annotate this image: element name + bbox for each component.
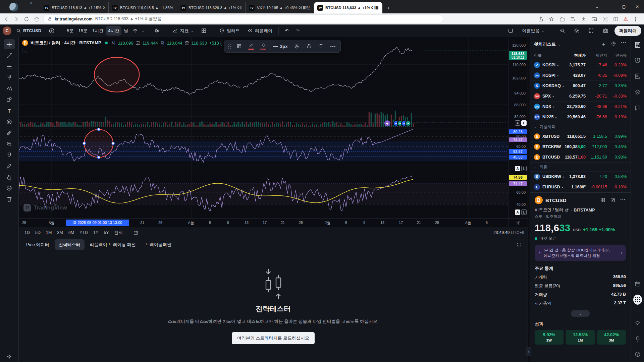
chart-style-button[interactable]: [152, 26, 163, 35]
range-button[interactable]: 1M: [44, 229, 54, 236]
range-button[interactable]: YTD: [77, 229, 90, 236]
apps-rail-button[interactable]: [633, 295, 642, 304]
range-button[interactable]: 1D: [22, 229, 32, 236]
symbol-search-button[interactable]: BTCUSD: [13, 26, 44, 35]
window-close-button[interactable]: ✕: [631, 0, 644, 13]
crosshair-tool[interactable]: [4, 39, 15, 49]
bottom-tab[interactable]: 전략테스터: [55, 239, 85, 250]
panel-expand-icon[interactable]: [517, 242, 522, 247]
help-rail-button[interactable]: [633, 350, 642, 359]
watchlist-row[interactable]: KKOSDAQ●800.472.770.35%: [530, 81, 631, 91]
fib-tool[interactable]: [4, 61, 15, 71]
edit-icon[interactable]: [610, 197, 615, 203]
legend-collapse-button[interactable]: ⌄: [22, 48, 28, 53]
clock[interactable]: 23:49:49 UTC+9: [493, 230, 524, 235]
fullscreen-button[interactable]: [586, 26, 597, 35]
stats-expand-button[interactable]: ⌄: [571, 310, 590, 317]
alerts-rail-button[interactable]: [633, 56, 642, 65]
pie-chart-icon[interactable]: [611, 41, 616, 46]
zoom-tool[interactable]: [4, 139, 15, 149]
watchlist-row[interactable]: €EURUSD●1.16880-0.00115-0.10%: [530, 182, 631, 192]
notifications-rail-button[interactable]: [633, 334, 642, 343]
watchlist-more-icon[interactable]: •••: [621, 41, 627, 48]
reload-icon[interactable]: [23, 16, 30, 22]
magnet-tool[interactable]: [4, 150, 15, 160]
watchlist-row[interactable]: 200KOSPI●428.07-0.35-0.08%: [530, 70, 631, 81]
account-avatar[interactable]: C: [3, 26, 11, 35]
watchlist-row[interactable]: $USDKRW●1,378.937.230.53%: [530, 172, 631, 182]
drawing-lock-button[interactable]: [304, 41, 314, 51]
new-tab-button[interactable]: ＋: [384, 3, 393, 12]
layout-grid-icon[interactable]: [600, 197, 605, 203]
share-icon[interactable]: [538, 16, 544, 22]
watchlist-row[interactable]: ₿BTCUSD118,571.601,151.600.98%: [530, 152, 631, 163]
log-scale-button[interactable]: L: [521, 209, 527, 215]
interval-button[interactable]: 5분: [64, 26, 76, 36]
notes-rail-button[interactable]: [633, 72, 642, 81]
indicators-button[interactable]: 지표⌄: [170, 26, 196, 36]
picture-in-picture-icon[interactable]: [591, 16, 597, 22]
watchlist-dropdown-icon[interactable]: ⌄: [558, 43, 560, 46]
security-warning-icon[interactable]: ⚠: [624, 16, 628, 21]
load-strategy-button[interactable]: 여러분의 스트래티지를 로드하십시오: [232, 332, 315, 344]
chart-settings-button[interactable]: [571, 26, 582, 35]
goto-date-button[interactable]: [131, 229, 141, 237]
publish-button[interactable]: 퍼블리쉬: [614, 26, 641, 36]
layers-rail-button[interactable]: [633, 88, 642, 97]
snapshot-button[interactable]: [600, 26, 611, 35]
redo-button[interactable]: ↷: [293, 26, 302, 35]
calendar-rail-button[interactable]: [633, 280, 642, 288]
log-scale-button[interactable]: L: [521, 166, 527, 171]
favorites-icon[interactable]: [548, 16, 554, 22]
split-screen-icon[interactable]: [613, 16, 619, 22]
downloads-icon[interactable]: [581, 16, 587, 22]
news-banner[interactable]: ⚡ 5시간 전 · 美 상장 'DDC엔터프라이즈',애니모카브랜즈와 파트너십…: [535, 245, 626, 261]
emoji-tool[interactable]: [4, 117, 15, 127]
alert-button[interactable]: 얼러트: [216, 26, 243, 36]
url-input[interactable]: kr.tradingview.com BTCUSD 118,633 ▲ +1% …: [44, 15, 443, 23]
price-scale[interactable]: 120,000118,63301:10:11110,000102,00094,0…: [508, 37, 528, 218]
watchlist-section[interactable]: ⌄가상화폐: [530, 122, 631, 131]
interval-button[interactable]: 15분: [76, 26, 90, 36]
quick-search-button[interactable]: [557, 26, 568, 35]
browser-tab[interactable]: TVBTCUSD 118,813 ▲ +1.15% 이름: [40, 2, 109, 13]
interval-button[interactable]: 날: [121, 26, 130, 36]
layout-select-button[interactable]: [505, 26, 516, 35]
fill-color-button[interactable]: [258, 41, 269, 51]
range-button[interactable]: 6M: [66, 229, 76, 236]
bottom-tab[interactable]: Pine 에디터: [22, 239, 53, 250]
watchlist-title[interactable]: 왓치리스트: [534, 41, 556, 47]
browser-menu-icon[interactable]: [633, 16, 639, 22]
drawing-template-button[interactable]: [234, 41, 245, 51]
drawing-more-button[interactable]: •••: [328, 41, 338, 51]
back-icon[interactable]: [3, 16, 9, 22]
watchlist-rail-button[interactable]: [633, 41, 642, 49]
detail-more-icon[interactable]: •••: [620, 197, 626, 203]
watchlist-row[interactable]: ↗KOSPI●3,175.77-7.46-0.23%: [530, 60, 631, 70]
interval-dropdown-icon[interactable]: ⌄: [142, 29, 144, 33]
legend-title[interactable]: 비트코인 / 달러 · 4시간 · BITSTAMP: [31, 40, 101, 46]
range-button[interactable]: 1Y: [91, 229, 101, 236]
browser-tab[interactable]: TVBTCUSD 119,048.5 ▲ +1.36% 이: [109, 2, 177, 13]
browser-tab[interactable]: TVBTCUSD 118,633 ▲ +1% 이름없: [314, 2, 382, 13]
text-tool[interactable]: T: [4, 106, 15, 116]
chart-area[interactable]: ₿ 비트코인 / 달러 · 4시간 · BITSTAMP 시118,099 고1…: [19, 37, 528, 227]
screenshot-icon[interactable]: [602, 16, 608, 22]
compare-symbol-button[interactable]: [46, 26, 57, 36]
data-feed-rail-button[interactable]: [633, 318, 642, 327]
watchlist-row[interactable]: 100NDX●22,780.60-48.66-0.21%: [530, 102, 631, 112]
reading-list-icon[interactable]: [570, 16, 576, 22]
rsi-pane[interactable]: [19, 128, 508, 175]
detail-symbol[interactable]: BTCUSD: [545, 197, 567, 203]
chart-legend[interactable]: ₿ 비트코인 / 달러 · 4시간 · BITSTAMP 시118,099 고1…: [22, 40, 222, 46]
watchlist-section[interactable]: ⌄외환: [530, 163, 631, 172]
hide-drawings-tool[interactable]: [4, 183, 15, 193]
home-icon[interactable]: [34, 16, 40, 22]
performance-box[interactable]: 12.53%1M: [566, 330, 595, 345]
measure-tool[interactable]: [4, 128, 15, 138]
pitchfork-tool[interactable]: [4, 72, 15, 82]
indicator-templates-button[interactable]: [198, 26, 209, 35]
browser-tab[interactable]: TVVX1! 19.195 ▲ +0.43% 이름없음: [246, 2, 314, 13]
bottom-tab[interactable]: 트레이딩패널: [141, 239, 175, 250]
interval-button[interactable]: 4시간: [106, 26, 121, 36]
